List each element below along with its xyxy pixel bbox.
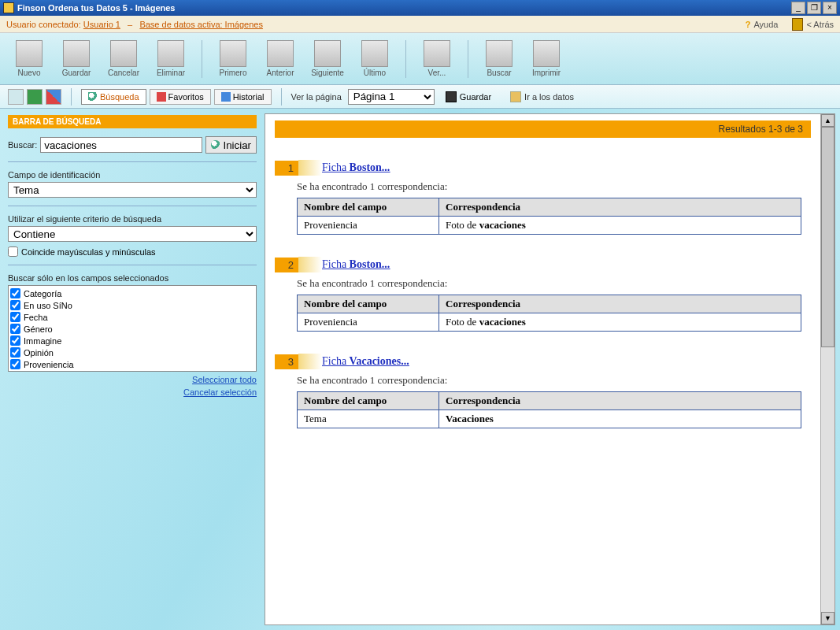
field-item[interactable]: Género	[10, 323, 254, 335]
field-item[interactable]: En uso SíNo	[10, 299, 254, 311]
db-link[interactable]: Base de datos activa: Imágenes	[139, 20, 263, 29]
result-table: Nombre del campoCorrespondenciaTemaVacac…	[297, 391, 801, 428]
table-cell: Proveniencia	[298, 217, 439, 235]
door-icon	[792, 18, 803, 31]
fields-listbox[interactable]: CategoríaEn uso SíNoFechaGéneroImmagineO…	[8, 285, 257, 372]
result-link[interactable]: Ficha Boston...	[322, 161, 390, 174]
maximize-button[interactable]: ❐	[807, 2, 821, 14]
guardar-icon	[63, 40, 90, 67]
cancel-selection-link[interactable]: Cancelar selección	[183, 387, 257, 397]
tab-busqueda[interactable]: Búsqueda	[81, 89, 146, 105]
results-header: Resultados 1-3 de 3	[275, 120, 811, 138]
scroll-thumb[interactable]	[821, 127, 834, 347]
scrollbar[interactable]: ▲ ▼	[820, 114, 834, 624]
search-input[interactable]	[40, 137, 202, 153]
table-header: Nombre del campo	[298, 198, 439, 217]
criteria-select[interactable]: Contiene	[8, 226, 257, 242]
select-all-link[interactable]: Seleccionar todo	[192, 375, 257, 384]
result-number: 3	[275, 354, 298, 369]
toolbar-guardar-button[interactable]: Guardar	[55, 39, 98, 79]
page-select[interactable]: Página 1	[348, 89, 435, 105]
toolbar-siguiente-button[interactable]: Siguiente	[306, 39, 349, 79]
divider	[8, 206, 257, 206]
view-list-button[interactable]	[8, 89, 24, 105]
scroll-up-button[interactable]: ▲	[821, 114, 834, 127]
fade-decoration	[298, 257, 322, 272]
result-number: 2	[275, 258, 298, 272]
eliminar-icon	[157, 40, 184, 67]
search-icon	[88, 92, 98, 102]
toolbar-label: Primero	[219, 69, 246, 77]
fade-decoration	[298, 160, 322, 176]
field-checkbox[interactable]	[10, 300, 20, 310]
toolbar-label: Cancelar	[108, 69, 139, 77]
toolbar-cancelar-button[interactable]: Cancelar	[102, 39, 145, 79]
sidebar-header: BARRA DE BÚSQUEDA	[8, 115, 257, 128]
field-checkbox[interactable]	[10, 324, 20, 334]
close-button[interactable]: ×	[823, 2, 837, 14]
table-header: Correspondencia	[439, 198, 801, 217]
anterior-icon	[267, 40, 294, 67]
view-grid-green-button[interactable]	[27, 89, 43, 105]
history-icon	[221, 92, 231, 102]
field-item[interactable]: Opinión	[10, 346, 254, 358]
field-checkbox[interactable]	[10, 347, 20, 358]
toolbar-eliminar-button[interactable]: Eliminar	[150, 39, 192, 79]
result-link[interactable]: Ficha Vacaciones...	[322, 355, 409, 368]
result-link[interactable]: Ficha Boston...	[322, 258, 390, 271]
field-checkbox[interactable]	[10, 312, 20, 322]
field-label: Categoría	[24, 289, 61, 298]
toolbar-buscar-button[interactable]: Buscar	[478, 39, 520, 79]
field-checkbox[interactable]	[10, 288, 20, 298]
tab-favoritos[interactable]: Favoritos	[150, 89, 211, 105]
status-bar: Usuario conectado: Usuario 1 – Base de d…	[0, 16, 840, 33]
window-title: Finson Ordena tus Datos 5 - Imágenes	[17, 3, 790, 13]
back-button[interactable]: < Atrás	[792, 18, 834, 31]
field-label: Género	[24, 324, 53, 334]
table-header: Correspondencia	[439, 392, 801, 410]
help-button[interactable]: ?Ayuda	[746, 20, 779, 29]
goto-data-button[interactable]: Ir a los datos	[510, 91, 574, 102]
toolbar-ltimo-button[interactable]: Último	[353, 39, 396, 79]
field-checkbox[interactable]	[10, 335, 20, 346]
toolbar-label: Buscar	[487, 69, 511, 77]
toolbar-label: Eliminar	[157, 69, 185, 77]
criteria-label: Utilizar el siguiente criterio de búsque…	[8, 214, 257, 224]
ltimo-icon	[361, 40, 388, 67]
results-panel: Resultados 1-3 de 3 1Ficha Boston...Se h…	[265, 113, 835, 625]
siguiente-icon	[314, 40, 341, 67]
id-field-select[interactable]: Tema	[8, 182, 257, 198]
save-icon	[446, 91, 457, 102]
field-item[interactable]: Fecha	[10, 311, 254, 323]
minimize-button[interactable]: _	[791, 2, 805, 14]
buscar-icon	[486, 40, 513, 67]
toolbar-imprimir-button[interactable]: Imprimir	[525, 39, 568, 79]
field-item[interactable]: Categoría	[10, 287, 254, 299]
search-start-button[interactable]: Iniciar	[205, 136, 257, 154]
result-item: 2Ficha Boston...Se ha encontrado 1 corre…	[275, 257, 811, 332]
divider	[8, 265, 257, 265]
toolbar-anterior-button[interactable]: Anterior	[259, 39, 302, 79]
field-item[interactable]: Immagine	[10, 335, 254, 346]
case-sensitive-checkbox[interactable]	[8, 246, 18, 257]
status-sep: –	[128, 20, 132, 29]
field-label: Immagine	[24, 336, 61, 346]
toolbar-label: Último	[364, 69, 386, 77]
user-link[interactable]: Usuario 1	[83, 20, 120, 29]
tab-historial[interactable]: Historial	[214, 89, 272, 105]
separator	[281, 88, 282, 106]
favorites-icon	[157, 92, 166, 102]
field-item[interactable]: Proveniencia	[10, 358, 254, 370]
toolbar-primero-button[interactable]: Primero	[212, 39, 254, 79]
toolbar-ver-button[interactable]: Ver...	[416, 39, 458, 79]
save-page-button[interactable]: Guardar	[446, 91, 491, 102]
field-checkbox[interactable]	[10, 359, 20, 369]
toolbar-label: Nuevo	[18, 69, 41, 77]
user-label: Usuario conectado:	[6, 20, 81, 29]
view-tiles-button[interactable]	[46, 89, 61, 105]
toolbar-nuevo-button[interactable]: Nuevo	[8, 39, 50, 79]
scroll-down-button[interactable]: ▼	[821, 612, 834, 624]
search-label: Buscar:	[8, 140, 37, 150]
case-sensitive-label: Coincide mayúsculas y minúsculas	[21, 247, 156, 257]
main-toolbar: NuevoGuardarCancelarEliminarPrimeroAnter…	[0, 33, 840, 85]
